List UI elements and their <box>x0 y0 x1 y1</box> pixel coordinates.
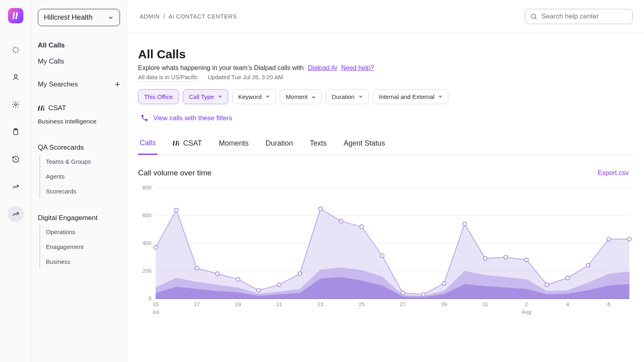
sidebar-qa-agents[interactable]: Agents <box>46 170 120 183</box>
search-box[interactable] <box>525 9 633 24</box>
svg-text:31: 31 <box>482 301 488 307</box>
svg-text:800: 800 <box>142 185 152 191</box>
tabs: Calls CSAT Moments Duration Texts Agent … <box>138 135 633 155</box>
svg-point-31 <box>483 256 487 260</box>
org-selector[interactable]: Hillcrest Health <box>38 9 120 26</box>
svg-point-17 <box>195 266 198 269</box>
svg-point-22 <box>298 272 301 275</box>
tab-calls[interactable]: Calls <box>138 135 157 155</box>
svg-text:Aug: Aug <box>522 309 531 315</box>
sidebar-qa-head[interactable]: QA Scorecards <box>38 136 120 155</box>
sparkle-icon[interactable] <box>8 42 24 58</box>
breadcrumb-admin[interactable]: ADMIN <box>140 13 160 20</box>
filter-row: This Office Call Type Keyword Moment Dur… <box>138 89 633 104</box>
svg-point-28 <box>421 292 425 296</box>
svg-text:23: 23 <box>318 301 324 307</box>
svg-text:25: 25 <box>359 301 365 307</box>
caret-down-icon <box>359 96 363 98</box>
de-sublist: Operations Enagagement Business <box>39 225 120 268</box>
svg-text:Jul: Jul <box>152 309 159 315</box>
trend-icon[interactable] <box>8 179 24 195</box>
icon-rail <box>0 0 31 362</box>
svg-text:27: 27 <box>400 301 406 307</box>
tab-csat[interactable]: CSAT <box>171 135 204 154</box>
svg-point-32 <box>504 255 508 259</box>
sidebar-de-head[interactable]: Digital Engagement <box>38 207 120 225</box>
page-meta: All data is in US/Pacific Updated Tue Ju… <box>138 74 633 80</box>
svg-point-15 <box>154 245 157 249</box>
breadcrumb-page[interactable]: Ai CONTACT CENTERS <box>169 13 237 20</box>
svg-text:29: 29 <box>441 301 447 307</box>
export-button[interactable]: Export.csv <box>598 169 633 177</box>
caret-down-icon <box>438 96 442 98</box>
search-input[interactable] <box>541 12 627 21</box>
sidebar-bi[interactable]: Business Intelligence <box>38 115 120 128</box>
app-logo[interactable] <box>8 8 23 23</box>
sidebar-de-ops[interactable]: Operations <box>46 225 120 239</box>
user-icon[interactable] <box>8 69 24 85</box>
caret-down-icon <box>266 96 270 98</box>
history-icon[interactable] <box>8 151 24 167</box>
svg-text:400: 400 <box>142 240 152 246</box>
chart-header: Call volume over time Export.csv <box>138 169 633 177</box>
sidebar-my-searches[interactable]: My Searches <box>38 80 78 88</box>
analytics-icon[interactable] <box>8 206 24 222</box>
view-calls-label: View calls with these filters <box>153 114 232 122</box>
filter-moment[interactable]: Moment <box>280 89 322 104</box>
svg-text:0: 0 <box>149 295 152 301</box>
svg-text:17: 17 <box>194 301 200 307</box>
page-subtitle-row: Explore whats happening in your team’s D… <box>138 64 633 72</box>
view-calls-button[interactable]: View calls with these filters <box>138 112 235 123</box>
svg-point-23 <box>318 207 322 210</box>
filter-duration[interactable]: Duration <box>326 89 369 104</box>
sidebar-de-eng[interactable]: Enagagement <box>46 240 120 253</box>
tab-moments[interactable]: Moments <box>217 135 250 154</box>
search-icon <box>530 13 537 20</box>
svg-point-38 <box>627 237 631 241</box>
svg-point-33 <box>524 258 528 261</box>
topbar: ADMIN / Ai CONTACT CENTERS <box>127 0 644 33</box>
caret-down-icon <box>218 96 222 98</box>
svg-point-18 <box>216 272 219 275</box>
svg-point-3 <box>531 14 536 19</box>
gear-icon[interactable] <box>8 97 24 113</box>
filter-call-type[interactable]: Call Type <box>183 89 228 104</box>
svg-point-30 <box>463 222 466 226</box>
svg-text:6: 6 <box>607 301 611 307</box>
caret-up-icon <box>312 96 316 98</box>
content: All Calls Explore whats happening in you… <box>127 33 644 362</box>
tab-texts[interactable]: Texts <box>308 135 328 154</box>
filter-keyword[interactable]: Keyword <box>232 89 276 104</box>
breadcrumb: ADMIN / Ai CONTACT CENTERS <box>138 13 238 20</box>
chart-title: Call volume over time <box>138 169 212 177</box>
svg-point-20 <box>257 288 260 292</box>
chevron-down-icon <box>107 14 114 21</box>
sidebar-qa-scorecards[interactable]: Scorecards <box>46 185 120 198</box>
sidebar: Hillcrest Health All Calls My Calls My S… <box>31 0 127 362</box>
page-subtitle: Explore whats happening in your team’s D… <box>138 64 303 71</box>
link-dialpad-ai[interactable]: Dialpad Ai <box>308 64 337 71</box>
add-search-button[interactable]: + <box>115 79 120 90</box>
sidebar-qa-teams[interactable]: Teams & Groups <box>46 155 120 168</box>
updated-note: Updated Tue Jul 26, 3:20 AM <box>208 74 283 80</box>
svg-point-0 <box>14 74 17 77</box>
svg-point-29 <box>442 281 446 285</box>
svg-point-37 <box>607 237 611 241</box>
tab-duration[interactable]: Duration <box>264 135 295 154</box>
sidebar-csat[interactable]: CSAT <box>48 104 66 112</box>
breadcrumb-sep: / <box>163 13 165 20</box>
sidebar-all-calls[interactable]: All Calls <box>38 37 120 53</box>
tab-agent-status[interactable]: Agent Status <box>342 135 387 154</box>
qa-sublist: Teams & Groups Agents Scorecards <box>39 155 120 198</box>
svg-text:2: 2 <box>525 301 528 307</box>
clipboard-icon[interactable] <box>8 124 24 140</box>
svg-point-27 <box>401 291 405 294</box>
filter-internal-external[interactable]: Internal and External <box>373 89 448 104</box>
link-need-help[interactable]: Need help? <box>341 64 374 71</box>
filter-office[interactable]: This Office <box>138 89 179 104</box>
sidebar-de-biz[interactable]: Business <box>46 255 120 268</box>
sidebar-my-calls[interactable]: My Calls <box>38 53 120 70</box>
svg-point-36 <box>586 263 590 267</box>
svg-text:19: 19 <box>235 301 241 307</box>
phone-icon <box>140 114 149 122</box>
